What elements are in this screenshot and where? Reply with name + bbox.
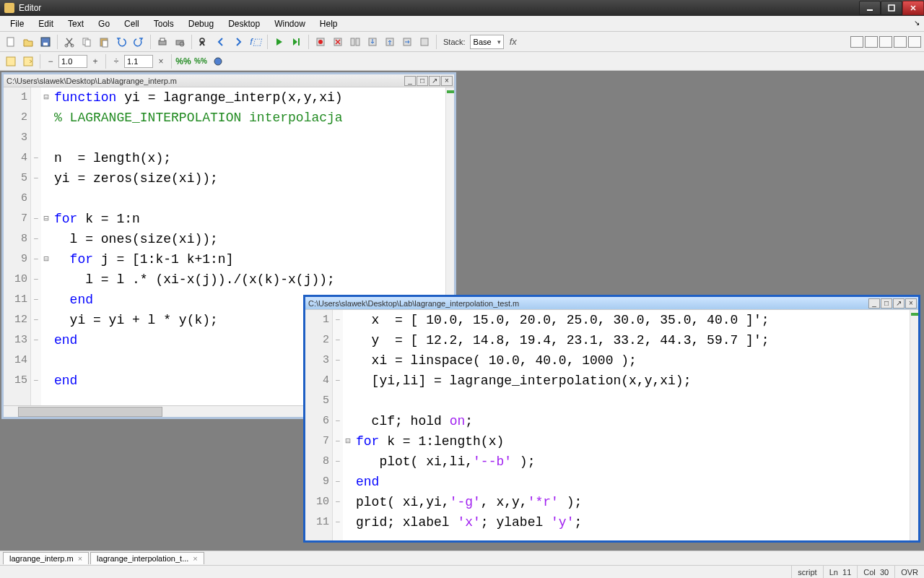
clear-breakpoint-icon[interactable] [330, 34, 346, 50]
cut-icon[interactable] [61, 34, 77, 50]
menu-more-icon[interactable]: ↘ [914, 19, 920, 27]
menu-debug[interactable]: Debug [181, 17, 221, 31]
menu-file[interactable]: File [3, 17, 31, 31]
main-toolbar: f⬚ Stack: Base fx [0, 32, 924, 52]
cell-insert-icon[interactable]: %% [175, 53, 191, 69]
layout-3-icon[interactable] [879, 36, 892, 48]
svg-rect-2 [7, 38, 14, 46]
child1-undock-icon[interactable]: ↗ [429, 76, 440, 86]
status-type: script [791, 566, 822, 578]
editor-1-titlebar[interactable]: C:\Users\slawek\Desktop\Lab\lagrange_int… [4, 74, 454, 87]
menu-text[interactable]: Text [61, 17, 91, 31]
document-tabs: lagrange_interp.m× lagrange_interpolatio… [0, 551, 924, 565]
minimize-button[interactable] [859, 1, 881, 15]
increment-icon[interactable]: + [89, 55, 102, 68]
step-out-icon[interactable] [382, 34, 398, 50]
increment-value-1[interactable] [58, 55, 87, 68]
paste-icon[interactable] [96, 34, 112, 50]
menu-window[interactable]: Window [267, 17, 313, 31]
new-file-icon[interactable] [3, 34, 19, 50]
svg-rect-12 [160, 38, 165, 41]
run-advance-icon[interactable] [289, 34, 305, 50]
step-in-icon[interactable] [365, 34, 380, 50]
child1-min-icon[interactable]: _ [404, 76, 416, 86]
menu-help[interactable]: Help [313, 17, 345, 31]
child1-max-icon[interactable]: □ [417, 76, 428, 86]
cell-toolbar: − + ÷ × %% %% [0, 52, 924, 71]
print-icon[interactable] [154, 34, 170, 50]
svg-point-28 [214, 58, 222, 65]
app-icon [4, 3, 14, 13]
svg-rect-21 [356, 38, 359, 46]
stack-label: Stack: [443, 38, 466, 46]
child2-close-icon[interactable]: × [905, 298, 917, 309]
eval-advance-icon[interactable] [20, 53, 36, 69]
layout-5-icon[interactable] [908, 36, 921, 48]
increment-value-2[interactable] [124, 55, 153, 68]
stack-combo[interactable]: Base [470, 35, 504, 49]
svg-point-18 [318, 40, 323, 44]
print-preview-icon[interactable] [172, 34, 188, 50]
save-icon[interactable] [38, 34, 53, 50]
child2-undock-icon[interactable]: ↗ [893, 298, 905, 309]
svg-rect-1 [889, 5, 894, 11]
menu-go[interactable]: Go [91, 17, 117, 31]
status-ovr[interactable]: OVR [894, 566, 924, 578]
copy-icon[interactable] [79, 34, 95, 50]
redo-icon[interactable] [131, 34, 147, 50]
show-functions-icon[interactable] [210, 53, 226, 69]
child1-close-icon[interactable]: × [441, 76, 453, 86]
status-col: Col 30 [857, 566, 894, 578]
status-line: Ln 11 [823, 566, 858, 578]
fx-icon[interactable]: fx [510, 36, 517, 47]
menu-edit[interactable]: Edit [31, 17, 61, 31]
tab-1-close-icon[interactable]: × [78, 554, 82, 563]
child2-max-icon[interactable]: □ [881, 298, 892, 309]
tab-2[interactable]: lagrange_interpolation_t...× [90, 552, 204, 564]
multiply-icon[interactable]: × [154, 55, 167, 68]
maximize-button[interactable] [881, 1, 902, 15]
run-icon[interactable] [271, 34, 287, 50]
eval-cell-icon[interactable] [3, 53, 19, 69]
svg-rect-4 [43, 43, 48, 46]
svg-rect-10 [103, 40, 108, 47]
layout-1-icon[interactable] [850, 36, 863, 48]
editor-2-pagestrip[interactable] [910, 310, 918, 540]
editor-window-2[interactable]: C:\Users\slawek\Desktop\Lab\lagrange_int… [303, 295, 920, 543]
continue-icon[interactable] [399, 34, 415, 50]
status-bar: script Ln 11 Col 30 OVR [0, 565, 924, 578]
svg-rect-26 [6, 57, 15, 66]
svg-rect-25 [421, 38, 428, 46]
svg-rect-8 [85, 40, 90, 46]
close-button[interactable] [902, 1, 924, 15]
step-icon[interactable] [347, 34, 363, 50]
find-icon[interactable] [196, 34, 212, 50]
tab-2-close-icon[interactable]: × [193, 554, 197, 563]
child2-min-icon[interactable]: _ [868, 298, 880, 309]
set-breakpoint-icon[interactable] [313, 34, 328, 50]
tab-1[interactable]: lagrange_interp.m× [3, 552, 89, 564]
exit-debug-icon[interactable] [417, 34, 432, 50]
svg-rect-16 [298, 38, 300, 46]
menu-desktop[interactable]: Desktop [221, 17, 267, 31]
editor-2-titlebar[interactable]: C:\Users\slawek\Desktop\Lab\lagrange_int… [305, 297, 918, 310]
open-file-icon[interactable] [20, 34, 36, 50]
decrement-icon[interactable]: − [44, 55, 57, 68]
menu-bar: File Edit Text Go Cell Tools Debug Deskt… [0, 16, 924, 32]
cell-insert2-icon[interactable]: %% [193, 53, 209, 69]
layout-2-icon[interactable] [865, 36, 878, 48]
editor-2-body[interactable]: 1234567891011 –––––––––– ⊟ x = [ 10.0, 1… [305, 310, 918, 540]
back-icon[interactable] [213, 34, 229, 50]
undo-icon[interactable] [113, 34, 129, 50]
window-title: Editor [19, 3, 859, 13]
divide-icon[interactable]: ÷ [110, 55, 123, 68]
title-bar: Editor [0, 0, 924, 16]
mdi-area: C:\Users\slawek\Desktop\Lab\lagrange_int… [0, 71, 924, 562]
svg-rect-20 [351, 38, 354, 46]
layout-4-icon[interactable] [894, 36, 907, 48]
menu-cell[interactable]: Cell [117, 17, 147, 31]
forward-icon[interactable] [230, 34, 246, 50]
svg-rect-0 [867, 9, 873, 11]
menu-tools[interactable]: Tools [147, 17, 181, 31]
function-icon[interactable]: f⬚ [248, 34, 263, 50]
